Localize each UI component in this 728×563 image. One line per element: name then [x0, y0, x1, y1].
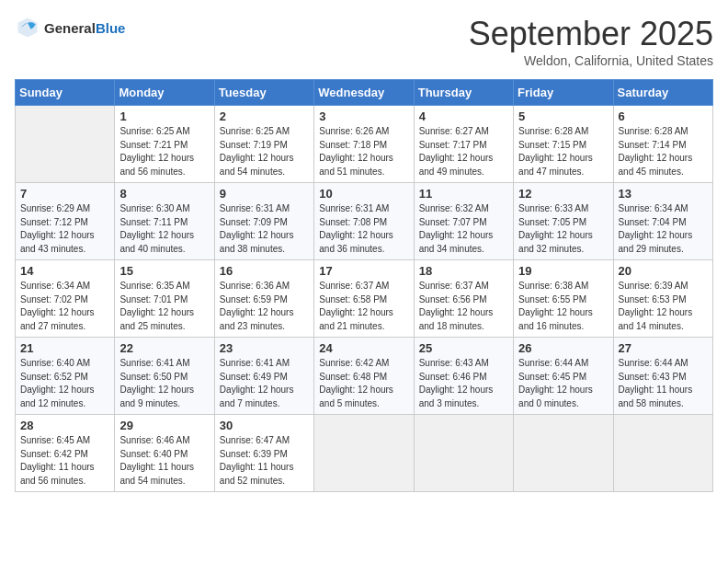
day-info: Sunrise: 6:36 AMSunset: 6:59 PMDaylight:…	[220, 280, 309, 333]
calendar-cell: 9Sunrise: 6:31 AMSunset: 7:09 PMDaylight…	[214, 183, 313, 260]
day-number: 29	[119, 419, 209, 432]
calendar-cell: 3Sunrise: 6:26 AMSunset: 7:18 PMDaylight…	[314, 106, 414, 183]
day-info: Sunrise: 6:41 AMSunset: 6:50 PMDaylight:…	[119, 357, 209, 410]
calendar-week-row: 21Sunrise: 6:40 AMSunset: 6:52 PMDayligh…	[16, 338, 713, 415]
calendar-cell: 25Sunrise: 6:43 AMSunset: 6:46 PMDayligh…	[414, 338, 513, 415]
logo-blue: Blue	[96, 20, 126, 36]
day-info: Sunrise: 6:29 AMSunset: 7:12 PMDaylight:…	[20, 202, 109, 256]
day-info: Sunrise: 6:30 AMSunset: 7:11 PMDaylight:…	[119, 202, 209, 256]
weekday-header: Saturday	[613, 80, 712, 106]
day-number: 27	[619, 341, 708, 355]
calendar-cell: 6Sunrise: 6:28 AMSunset: 7:14 PMDaylight…	[613, 106, 712, 183]
day-number: 10	[319, 187, 408, 201]
day-info: Sunrise: 6:38 AMSunset: 6:55 PMDaylight:…	[518, 280, 608, 333]
page-header: GeneralBlue September 2025 Weldon, Calif…	[15, 15, 713, 68]
calendar-week-row: 28Sunrise: 6:45 AMSunset: 6:42 PMDayligh…	[16, 415, 713, 492]
day-number: 30	[220, 419, 309, 432]
month-title: September 2025	[469, 15, 713, 53]
calendar-cell: 8Sunrise: 6:30 AMSunset: 7:11 PMDaylight…	[115, 183, 214, 260]
day-number: 9	[220, 187, 309, 201]
calendar-cell: 28Sunrise: 6:45 AMSunset: 6:42 PMDayligh…	[16, 415, 115, 492]
day-info: Sunrise: 6:25 AMSunset: 7:19 PMDaylight:…	[220, 125, 309, 178]
day-info: Sunrise: 6:45 AMSunset: 6:42 PMDaylight:…	[20, 434, 109, 488]
day-number: 13	[619, 187, 708, 201]
svg-marker-0	[18, 18, 38, 38]
calendar-cell: 4Sunrise: 6:27 AMSunset: 7:17 PMDaylight…	[414, 106, 513, 183]
calendar-cell: 7Sunrise: 6:29 AMSunset: 7:12 PMDaylight…	[16, 183, 115, 260]
calendar-week-row: 1Sunrise: 6:25 AMSunset: 7:21 PMDaylight…	[16, 106, 713, 183]
day-info: Sunrise: 6:31 AMSunset: 7:08 PMDaylight:…	[319, 202, 408, 256]
day-info: Sunrise: 6:44 AMSunset: 6:43 PMDaylight:…	[619, 357, 708, 410]
calendar-cell: 5Sunrise: 6:28 AMSunset: 7:15 PMDaylight…	[514, 106, 613, 183]
logo-text: GeneralBlue	[44, 20, 125, 36]
day-number: 8	[119, 187, 209, 201]
calendar: SundayMondayTuesdayWednesdayThursdayFrid…	[15, 79, 713, 492]
day-info: Sunrise: 6:28 AMSunset: 7:15 PMDaylight:…	[518, 125, 608, 178]
calendar-cell: 15Sunrise: 6:35 AMSunset: 7:01 PMDayligh…	[115, 260, 214, 338]
day-info: Sunrise: 6:43 AMSunset: 6:46 PMDaylight:…	[419, 357, 508, 410]
calendar-cell: 20Sunrise: 6:39 AMSunset: 6:53 PMDayligh…	[613, 260, 712, 338]
calendar-cell: 11Sunrise: 6:32 AMSunset: 7:07 PMDayligh…	[414, 183, 513, 260]
calendar-cell	[613, 415, 712, 492]
day-number: 23	[220, 341, 309, 355]
logo-icon	[15, 15, 40, 40]
location: Weldon, California, United States	[469, 53, 713, 68]
day-number: 22	[119, 341, 209, 355]
day-info: Sunrise: 6:37 AMSunset: 6:58 PMDaylight:…	[319, 280, 408, 333]
day-info: Sunrise: 6:46 AMSunset: 6:40 PMDaylight:…	[119, 434, 209, 488]
weekday-header: Wednesday	[314, 80, 414, 106]
day-number: 14	[20, 264, 109, 278]
day-number: 17	[319, 264, 408, 278]
calendar-cell: 26Sunrise: 6:44 AMSunset: 6:45 PMDayligh…	[514, 338, 613, 415]
day-number: 16	[220, 264, 309, 278]
logo: GeneralBlue	[15, 15, 125, 40]
day-info: Sunrise: 6:25 AMSunset: 7:21 PMDaylight:…	[119, 125, 209, 178]
calendar-cell	[16, 106, 115, 183]
weekday-header: Thursday	[414, 80, 513, 106]
calendar-cell: 23Sunrise: 6:41 AMSunset: 6:49 PMDayligh…	[214, 338, 313, 415]
day-number: 7	[20, 187, 109, 201]
day-number: 2	[220, 109, 309, 123]
day-number: 12	[518, 187, 608, 201]
day-number: 15	[119, 264, 209, 278]
weekday-header: Monday	[115, 80, 214, 106]
calendar-cell: 24Sunrise: 6:42 AMSunset: 6:48 PMDayligh…	[314, 338, 414, 415]
day-info: Sunrise: 6:35 AMSunset: 7:01 PMDaylight:…	[119, 280, 209, 333]
calendar-week-row: 14Sunrise: 6:34 AMSunset: 7:02 PMDayligh…	[16, 260, 713, 338]
day-info: Sunrise: 6:31 AMSunset: 7:09 PMDaylight:…	[220, 202, 309, 256]
calendar-cell: 12Sunrise: 6:33 AMSunset: 7:05 PMDayligh…	[514, 183, 613, 260]
day-info: Sunrise: 6:47 AMSunset: 6:39 PMDaylight:…	[220, 434, 309, 488]
day-number: 25	[419, 341, 508, 355]
calendar-cell	[314, 415, 414, 492]
day-info: Sunrise: 6:33 AMSunset: 7:05 PMDaylight:…	[518, 202, 608, 256]
calendar-cell: 13Sunrise: 6:34 AMSunset: 7:04 PMDayligh…	[613, 183, 712, 260]
weekday-header-row: SundayMondayTuesdayWednesdayThursdayFrid…	[16, 80, 713, 106]
day-number: 24	[319, 341, 408, 355]
title-block: September 2025 Weldon, California, Unite…	[469, 15, 713, 68]
day-info: Sunrise: 6:42 AMSunset: 6:48 PMDaylight:…	[319, 357, 408, 410]
day-info: Sunrise: 6:27 AMSunset: 7:17 PMDaylight:…	[419, 125, 508, 178]
calendar-cell: 17Sunrise: 6:37 AMSunset: 6:58 PMDayligh…	[314, 260, 414, 338]
day-number: 11	[419, 187, 508, 201]
day-number: 5	[518, 109, 608, 123]
calendar-cell: 21Sunrise: 6:40 AMSunset: 6:52 PMDayligh…	[16, 338, 115, 415]
day-info: Sunrise: 6:41 AMSunset: 6:49 PMDaylight:…	[220, 357, 309, 410]
day-number: 3	[319, 109, 408, 123]
calendar-cell: 16Sunrise: 6:36 AMSunset: 6:59 PMDayligh…	[214, 260, 313, 338]
calendar-cell: 18Sunrise: 6:37 AMSunset: 6:56 PMDayligh…	[414, 260, 513, 338]
calendar-cell: 2Sunrise: 6:25 AMSunset: 7:19 PMDaylight…	[214, 106, 313, 183]
weekday-header: Sunday	[16, 80, 115, 106]
day-info: Sunrise: 6:37 AMSunset: 6:56 PMDaylight:…	[419, 280, 508, 333]
day-number: 28	[20, 419, 109, 432]
day-number: 18	[419, 264, 508, 278]
calendar-cell: 22Sunrise: 6:41 AMSunset: 6:50 PMDayligh…	[115, 338, 214, 415]
day-number: 19	[518, 264, 608, 278]
calendar-cell: 14Sunrise: 6:34 AMSunset: 7:02 PMDayligh…	[16, 260, 115, 338]
day-number: 1	[119, 109, 209, 123]
day-info: Sunrise: 6:39 AMSunset: 6:53 PMDaylight:…	[619, 280, 708, 333]
day-info: Sunrise: 6:44 AMSunset: 6:45 PMDaylight:…	[518, 357, 608, 410]
day-info: Sunrise: 6:32 AMSunset: 7:07 PMDaylight:…	[419, 202, 508, 256]
calendar-cell	[414, 415, 513, 492]
day-number: 20	[619, 264, 708, 278]
day-info: Sunrise: 6:26 AMSunset: 7:18 PMDaylight:…	[319, 125, 408, 178]
